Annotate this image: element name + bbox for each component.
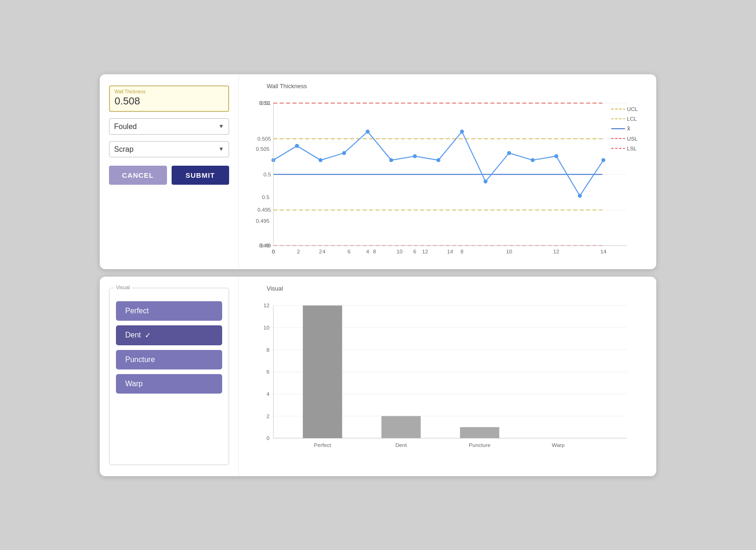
svg-text:Perfect: Perfect xyxy=(314,442,332,448)
svg-point-40 xyxy=(389,158,393,162)
form-button-row: CANCEL SUBMIT xyxy=(109,166,229,185)
svg-text:6: 6 xyxy=(413,248,416,254)
dent-label: Dent xyxy=(125,331,141,339)
svg-text:8: 8 xyxy=(373,248,376,254)
svg-text:10: 10 xyxy=(397,248,403,254)
puncture-label: Puncture xyxy=(125,356,155,364)
visual-box-label: Visual xyxy=(114,285,132,290)
dent-check-icon: ✓ xyxy=(145,331,151,340)
svg-text:2: 2 xyxy=(266,413,269,419)
svg-point-47 xyxy=(554,154,558,158)
svg-text:0: 0 xyxy=(266,435,269,441)
svg-point-44 xyxy=(484,179,487,183)
bar-dent xyxy=(381,416,421,438)
svg-point-41 xyxy=(413,154,416,158)
svg-text:Dent: Dent xyxy=(395,442,407,448)
wall-thickness-label: Wall Thickness xyxy=(115,89,224,94)
svg-text:12: 12 xyxy=(263,302,269,308)
wall-thickness-field: Wall Thickness xyxy=(109,85,229,112)
fouled-dropdown-wrapper[interactable]: Fouled Clean Dirty ▼ xyxy=(109,118,229,135)
svg-point-49 xyxy=(602,158,605,162)
legend-xbar: x̄ xyxy=(627,125,630,131)
bar-puncture xyxy=(460,427,500,438)
svg-text:2: 2 xyxy=(319,248,322,254)
svg-text:4: 4 xyxy=(266,391,269,397)
svg-point-43 xyxy=(460,129,464,133)
svg-text:0.505: 0.505 xyxy=(256,146,269,152)
svg-point-42 xyxy=(436,158,440,162)
svg-text:6: 6 xyxy=(347,248,350,254)
scrap-dropdown-wrapper[interactable]: Scrap Rework Pass ▼ xyxy=(109,141,229,157)
wall-thickness-chart-panel: Wall Thickness 0. xyxy=(239,74,656,269)
visual-form: Visual Perfect Dent ✓ Puncture Warp xyxy=(100,277,239,476)
bar-perfect xyxy=(303,305,342,438)
svg-point-45 xyxy=(507,151,511,155)
svg-text:12: 12 xyxy=(422,248,428,254)
legend-usl: USL xyxy=(627,135,638,141)
scrap-select[interactable]: Scrap Rework Pass xyxy=(114,145,216,153)
perfect-label: Perfect xyxy=(125,307,149,315)
svg-text:10: 10 xyxy=(506,248,512,254)
perfect-button[interactable]: Perfect xyxy=(116,301,222,321)
fouled-select[interactable]: Fouled Clean Dirty xyxy=(114,123,216,130)
svg-text:0.5: 0.5 xyxy=(262,194,269,200)
bottom-panel: Visual Perfect Dent ✓ Puncture Warp xyxy=(100,277,656,476)
svg-point-46 xyxy=(531,158,534,162)
cancel-button[interactable]: CANCEL xyxy=(109,166,167,185)
svg-point-48 xyxy=(578,194,582,197)
wall-thickness-input[interactable] xyxy=(115,95,224,107)
svg-point-38 xyxy=(342,151,346,155)
svg-text:6: 6 xyxy=(266,369,269,375)
visual-chart-title: Visual xyxy=(267,285,647,292)
svg-text:Puncture: Puncture xyxy=(469,442,491,448)
svg-text:0.5: 0.5 xyxy=(263,171,271,177)
svg-text:0.495: 0.495 xyxy=(257,207,271,213)
svg-text:Warp: Warp xyxy=(552,442,564,448)
bar-chart-svg: 12 10 8 6 4 2 0 xyxy=(243,296,647,463)
warp-button[interactable]: Warp xyxy=(116,374,222,394)
line-chart-svg: 0.51 0.505 0.5 0.495 0.49 0 2 4 6 xyxy=(243,93,647,260)
svg-text:0.51: 0.51 xyxy=(260,100,271,106)
svg-text:0.505: 0.505 xyxy=(257,135,271,141)
svg-text:4: 4 xyxy=(366,248,369,254)
svg-point-39 xyxy=(365,129,369,133)
svg-point-36 xyxy=(295,144,299,148)
svg-text:12: 12 xyxy=(553,248,559,254)
fouled-dropdown-arrow: ▼ xyxy=(218,123,224,129)
visual-buttons: Perfect Dent ✓ Puncture Warp xyxy=(116,301,222,394)
svg-text:0: 0 xyxy=(272,248,275,254)
svg-point-37 xyxy=(319,158,322,162)
submit-button[interactable]: SUBMIT xyxy=(172,166,230,185)
line-chart-container: 0.51 0.505 0.5 0.495 0.49 0 2 4 6 xyxy=(243,93,647,260)
legend-ucl: UCL xyxy=(627,106,638,112)
svg-text:14: 14 xyxy=(447,248,453,254)
legend-lsl: LSL xyxy=(627,145,637,151)
svg-text:0.49: 0.49 xyxy=(260,242,271,248)
puncture-button[interactable]: Puncture xyxy=(116,350,222,369)
svg-text:0.495: 0.495 xyxy=(256,218,269,224)
visual-chart-panel: Visual 12 10 8 xyxy=(239,277,656,476)
visual-box: Visual Perfect Dent ✓ Puncture Warp xyxy=(109,288,229,465)
svg-text:2: 2 xyxy=(297,248,300,254)
svg-text:4: 4 xyxy=(322,248,326,254)
bar-chart-container: 12 10 8 6 4 2 0 xyxy=(243,296,647,463)
legend-lcl: LCL xyxy=(627,116,637,122)
warp-label: Warp xyxy=(125,380,143,388)
svg-text:8: 8 xyxy=(461,248,463,254)
wall-thickness-chart-title: Wall Thickness xyxy=(267,83,647,90)
dent-button[interactable]: Dent ✓ xyxy=(116,325,222,345)
top-panel: Wall Thickness Fouled Clean Dirty ▼ Scra… xyxy=(100,74,656,269)
svg-text:14: 14 xyxy=(600,248,606,254)
wall-thickness-form: Wall Thickness Fouled Clean Dirty ▼ Scra… xyxy=(100,74,239,269)
svg-text:8: 8 xyxy=(266,346,269,352)
scrap-dropdown-arrow: ▼ xyxy=(218,146,224,152)
main-container: Wall Thickness Fouled Clean Dirty ▼ Scra… xyxy=(100,74,656,476)
svg-text:10: 10 xyxy=(263,324,269,330)
